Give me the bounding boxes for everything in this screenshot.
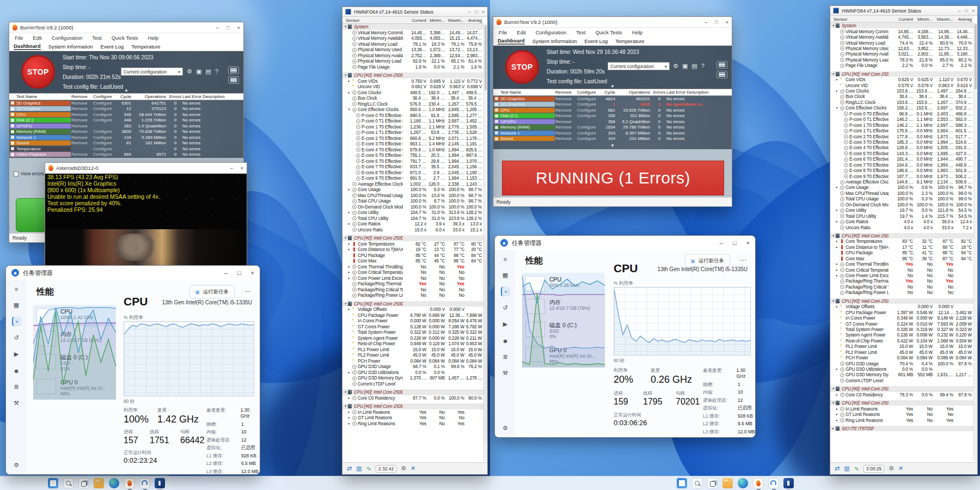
sensor-row[interactable]: Package/Ring Critical Tempe… No No No (342, 287, 483, 293)
minimize-icon[interactable]: – (720, 240, 723, 246)
gear-icon[interactable]: ⚙ (673, 63, 678, 70)
sensor-row[interactable]: ▸ Core Clocks 468.5 … 192.0 … 1,497 … 49… (342, 90, 483, 96)
hwinfo-titlebar[interactable]: HWiNFO64 v7.14-4610 Sensor Status – □ × (342, 7, 487, 17)
sensor-row[interactable]: Bus Clock 38.4 … 38.4 … 38.4 … 38.4 … (342, 95, 483, 101)
col-remove[interactable]: Remove (71, 94, 93, 99)
col-remove[interactable]: Remove (555, 90, 577, 95)
sensor-row[interactable]: Total CPU Usage 100.0 % 0.3 % 100.0 % 99… (830, 196, 973, 201)
col-current[interactable]: Current (403, 18, 428, 23)
sensor-row[interactable]: ▾ CPU [#0]: Intel Core-2500: C… (342, 389, 483, 395)
expand-icon[interactable]: ▸ (346, 210, 352, 215)
meter-toggle-button[interactable] (716, 61, 727, 69)
burnintest-titlebar[interactable]: BurnInTest V9.2 (1000) – □ × (493, 17, 732, 28)
sensor-row[interactable]: E-core 3 T0 Effective Clock 185.3 … 0.0 … (830, 139, 973, 145)
test-row[interactable]: Network 1 Remove Configure 134 5.389 Mil… (9, 134, 243, 140)
col-last-error[interactable]: Last Error Description (182, 94, 243, 99)
sensor-row[interactable]: P-core 0 T1 Effective Clock 1,166 … 1.1 … (342, 118, 483, 124)
expand-icon[interactable]: ▸ (346, 187, 352, 192)
minimize-icon[interactable]: – (958, 8, 960, 13)
processes-icon[interactable]: ▦ (501, 271, 510, 280)
sensor-row[interactable]: ▸ Ring Limit Reasons Yes No Yes (830, 417, 973, 422)
sensor-row[interactable]: Bus Clock 38.4 … 38.4 … 38.4 … 38.4 … (830, 94, 973, 99)
monitor-icon[interactable]: ▥ (356, 465, 362, 472)
sensor-row[interactable]: E-core 9 T0 Effective Clock 891.5 … 2.7 … (342, 175, 483, 181)
expand-icon[interactable]: ▸ (834, 77, 840, 82)
remove-link[interactable]: Remove (555, 136, 577, 141)
expand-icon[interactable]: ▾ (830, 234, 836, 238)
sensor-row[interactable]: IA Cores Power 0.000 W 0.000 W 8.054 W 6… (342, 318, 483, 324)
sensor-row[interactable]: ▾ CPU [#0]: Intel Core-2500: E… (342, 301, 483, 307)
maximize-icon[interactable]: □ (965, 8, 967, 13)
sensor-row[interactable]: Rest-of-Chip Power 0.422 W 0.104 W 1.068… (830, 338, 973, 344)
tab[interactable]: Event Log (584, 38, 608, 44)
sensor-row[interactable]: ▸ Core C0 Residency 87.7 % 0.0 % 100.0 %… (342, 395, 483, 401)
col-errors[interactable]: Errors (168, 94, 182, 99)
expand-icon[interactable]: ▾ (342, 390, 348, 394)
meter-toggle-button[interactable] (228, 76, 239, 84)
col-configure[interactable]: Configure (93, 94, 117, 99)
close-icon[interactable]: × (251, 270, 254, 276)
help-icon[interactable]: ? (215, 68, 218, 75)
expand-icon[interactable]: ▾ (830, 401, 836, 405)
sensor-row[interactable]: ▸ Voltage Offsets 0.000 V 0.000 V (342, 307, 483, 313)
maximize-icon[interactable]: □ (733, 240, 737, 246)
sensor-row[interactable]: System Agent Power 0.226 W 0.008 W 0.232… (830, 332, 973, 338)
close-icon[interactable]: × (241, 166, 243, 171)
col-min[interactable]: Minim... (428, 18, 446, 23)
sensor-row[interactable]: Uncore VID 0.578 V 0.578 V 0.963 V 0.615… (830, 82, 973, 88)
expand-icon[interactable]: ▸ (346, 90, 352, 95)
configure-link[interactable]: Configure (577, 102, 601, 107)
sensor-row[interactable]: E-core 4 T0 Effective Clock 129.8 … 0.0 … (830, 145, 973, 150)
sensor-row[interactable]: Total System Power 0.325 W 0.319 W 0.327… (830, 327, 973, 332)
sensor-row[interactable]: ▸ Core Power Limit Exceeded No No No (830, 273, 973, 278)
sensor-row[interactable]: ▸ Core Thermal Throttling Yes No Yes (830, 261, 973, 267)
sensor-row[interactable]: System Agent Power 0.226 W 0.000 W 0.226… (342, 335, 483, 341)
expand-icon[interactable]: ▸ (834, 245, 840, 249)
sensor-row[interactable]: GPU D3D Memory Dynamic 1,370 … 607 MB 1,… (342, 375, 483, 381)
sensor-row[interactable]: ▸ GPU D3D Utilizations 0.0 % 0.0 % (342, 370, 483, 376)
minimize-icon[interactable]: – (230, 166, 233, 171)
configure-link[interactable]: Configure (577, 108, 601, 113)
sensor-row[interactable]: ▸ Core Power Limit Exceeded No No No (342, 275, 483, 281)
meter-toggle-button[interactable] (228, 66, 239, 74)
burnintest-icon[interactable] (753, 478, 763, 488)
expand-icon[interactable]: ▸ (834, 268, 840, 272)
run-new-task-button[interactable]: ⊞ 运行新任务 (189, 285, 235, 298)
sensor-row[interactable]: Average Effective Clock 1,002 … 126.0 … … (342, 181, 483, 187)
sensor-row[interactable]: ▸ Core Ratios 12.2 x 3.9 x 39.3 x 13.0 x (342, 221, 483, 227)
sensor-row[interactable]: Current cTDP Level (342, 381, 483, 387)
sensor-row[interactable]: Rest-of-Chip Power 0.949 W 0.119 W 1.074… (342, 341, 483, 347)
sensor-row[interactable]: P-core 0 T1 Effective Clock 146.2 … 1.1 … (830, 117, 973, 122)
print-icon[interactable]: ▤ (691, 63, 697, 70)
help-icon[interactable]: ? (701, 63, 705, 70)
remove-link[interactable]: Remove (71, 101, 93, 106)
sensor-row[interactable]: E-core 8 T0 Effective Clock 871.0 … 2.9 … (342, 170, 483, 176)
sensor-row[interactable]: Package/Ring Thermal Thrott… Yes No Yes (342, 281, 483, 287)
maximize-icon[interactable]: □ (475, 9, 477, 14)
sensor-row[interactable]: Package/Ring Power Limit Exc… No No No (342, 292, 483, 298)
sensor-row[interactable]: E-core 5 T0 Effective Clock 143.3 … 0.0 … (830, 151, 973, 156)
sensor-row[interactable]: CPU Package Power 1.397 W 0.546 W 12.14…… (830, 309, 973, 315)
sensor-row[interactable]: Current cTDP Level (830, 378, 973, 383)
expand-icon[interactable]: ▸ (834, 219, 840, 224)
sensor-row[interactable]: ▸ Core Thermal Throttling No No Yes (342, 264, 483, 270)
minimize-icon[interactable]: – (224, 270, 228, 276)
tab[interactable]: Event Log (100, 44, 124, 50)
sensor-row[interactable]: ▸ GT Limit Reasons Yes No No (830, 412, 973, 417)
logging-icon[interactable]: ⇄ (347, 465, 352, 472)
expand-icon[interactable]: ▸ (346, 222, 352, 226)
sensor-row[interactable]: Virtual Memory Available 4,055… 4,055… 1… (342, 35, 483, 41)
sensor-row[interactable]: E-core 5 T0 Effective Clock 755.1 … 20.3… (342, 152, 483, 158)
expand-icon[interactable]: ▸ (834, 407, 840, 411)
col-sensor[interactable]: Sensor (342, 18, 403, 23)
sensor-row[interactable]: E-core 6 T0 Effective Clock 181.4 … 0.0 … (830, 156, 973, 162)
sensor-row[interactable]: E-core 7 T0 Effective Clock 833.7 … 35.5… (342, 164, 483, 170)
sensor-row[interactable]: PL1 Power Limit 15.0 W 15.0 W 15.0 W 15.… (342, 347, 483, 353)
start-button[interactable] (48, 478, 58, 488)
sensor-row[interactable]: PCH Power 0.084 W 0.084 W 0.084 W 0.084 … (342, 358, 483, 364)
configure-link[interactable]: Configure (93, 146, 117, 151)
expand-icon[interactable]: ▸ (834, 185, 840, 189)
sensor-row[interactable]: GPU D3D Usage 68.7 % 0.1 % 99.6 % 76.2 % (342, 364, 483, 370)
file-explorer-icon[interactable] (722, 478, 733, 488)
sensor-row[interactable]: GT Cores Power 0.224 W 0.010 W 7.593 W 2… (830, 321, 973, 326)
